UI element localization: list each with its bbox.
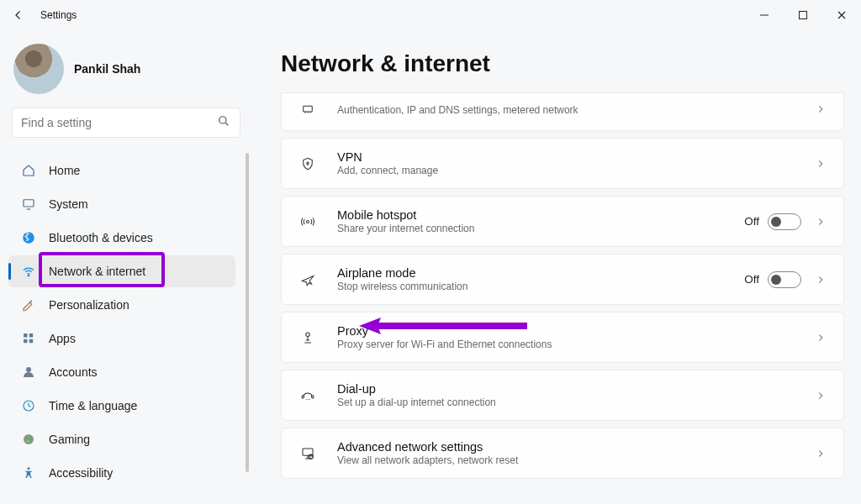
advanced-network-icon bbox=[297, 443, 319, 465]
svg-point-4 bbox=[28, 275, 29, 276]
card-title: VPN bbox=[337, 150, 813, 164]
airplane-toggle[interactable] bbox=[768, 271, 801, 288]
card-subtitle: View all network adapters, network reset bbox=[337, 454, 813, 466]
card-title: Mobile hotspot bbox=[337, 208, 744, 222]
sidebar-item-label: Personalization bbox=[49, 298, 129, 312]
chevron-right-icon bbox=[813, 103, 828, 115]
svg-point-18 bbox=[307, 220, 309, 223]
svg-point-1 bbox=[219, 117, 226, 123]
sidebar-item-label: Home bbox=[49, 164, 80, 177]
sidebar-item-label: Accessibility bbox=[49, 466, 113, 480]
card-subtitle: Add, connect, manage bbox=[337, 165, 813, 176]
svg-rect-2 bbox=[24, 200, 34, 207]
sidebar-item-home[interactable]: Home bbox=[8, 155, 235, 186]
accounts-icon bbox=[20, 364, 37, 381]
settings-search[interactable] bbox=[12, 108, 240, 138]
svg-point-9 bbox=[26, 367, 31, 372]
sidebar-item-label: Bluetooth & devices bbox=[49, 231, 153, 244]
maximize-button[interactable] bbox=[784, 0, 822, 30]
sidebar-item-label: Time & language bbox=[49, 399, 137, 412]
page-title: Network & internet bbox=[281, 50, 844, 77]
profile-block[interactable]: Pankil Shah bbox=[7, 37, 249, 108]
content-panel: Network & internet Authentication, IP an… bbox=[252, 30, 861, 504]
chevron-right-icon bbox=[813, 448, 828, 459]
card-title: Advanced network settings bbox=[337, 440, 813, 454]
sidebar-item-label: Apps bbox=[49, 332, 76, 345]
arrow-left-icon bbox=[11, 8, 26, 23]
sidebar-item-personalization[interactable]: Personalization bbox=[8, 289, 235, 321]
chevron-right-icon bbox=[813, 274, 828, 286]
wifi-icon bbox=[20, 263, 37, 280]
close-icon bbox=[836, 9, 848, 21]
sidebar-item-label: Gaming bbox=[49, 433, 90, 446]
back-button[interactable] bbox=[7, 3, 30, 27]
svg-point-15 bbox=[28, 467, 30, 470]
ethernet-icon bbox=[297, 98, 319, 120]
setting-card-dial-up[interactable]: Dial-up Set up a dial-up internet connec… bbox=[281, 370, 844, 421]
svg-rect-16 bbox=[304, 106, 313, 112]
time-language-icon bbox=[20, 397, 37, 414]
dial-up-icon bbox=[297, 385, 319, 407]
sidebar-item-bluetooth[interactable]: Bluetooth & devices bbox=[8, 222, 235, 254]
chevron-right-icon bbox=[813, 216, 828, 228]
vpn-icon bbox=[297, 153, 319, 175]
svg-rect-5 bbox=[24, 333, 28, 338]
minimize-button[interactable] bbox=[745, 0, 784, 30]
main-layout: Pankil Shah Home System bbox=[0, 30, 861, 504]
sidebar-item-network[interactable]: Network & internet bbox=[8, 255, 235, 287]
svg-point-19 bbox=[306, 333, 310, 337]
sidebar-item-label: Accounts bbox=[49, 365, 98, 379]
bluetooth-icon bbox=[20, 229, 37, 246]
sidebar-item-system[interactable]: System bbox=[8, 188, 235, 220]
setting-card-airplane-mode[interactable]: Airplane mode Stop wireless communicatio… bbox=[281, 254, 844, 305]
window-title: Settings bbox=[40, 9, 77, 21]
sidebar-item-label: System bbox=[49, 197, 88, 211]
accessibility-icon bbox=[20, 465, 37, 481]
chevron-right-icon bbox=[813, 158, 828, 170]
svg-rect-7 bbox=[24, 339, 28, 344]
avatar bbox=[13, 44, 64, 94]
svg-point-12 bbox=[26, 438, 28, 439]
toggle-status-label: Off bbox=[744, 273, 759, 286]
nav-list[interactable]: Home System Bluetooth & devices Network … bbox=[7, 153, 249, 504]
setting-card-mobile-hotspot[interactable]: Mobile hotspot Share your internet conne… bbox=[281, 196, 844, 247]
sidebar-item-label: Network & internet bbox=[49, 265, 145, 278]
close-button[interactable] bbox=[822, 0, 861, 30]
gaming-icon bbox=[20, 431, 37, 448]
apps-icon bbox=[20, 330, 37, 347]
svg-point-14 bbox=[27, 440, 29, 442]
svg-rect-0 bbox=[800, 12, 807, 19]
setting-card-advanced-network[interactable]: Advanced network settings View all netwo… bbox=[281, 428, 844, 479]
svg-rect-8 bbox=[29, 339, 34, 344]
search-input[interactable] bbox=[21, 116, 216, 129]
search-icon bbox=[216, 113, 231, 132]
chevron-right-icon bbox=[813, 332, 828, 344]
sidebar-item-apps[interactable]: Apps bbox=[8, 323, 235, 354]
card-subtitle: Authentication, IP and DNS settings, met… bbox=[337, 104, 813, 116]
card-subtitle: Stop wireless communication bbox=[337, 281, 744, 292]
system-icon bbox=[20, 196, 37, 213]
card-title: Proxy bbox=[337, 324, 813, 338]
setting-card-vpn[interactable]: VPN Add, connect, manage bbox=[281, 138, 844, 189]
card-subtitle: Proxy server for Wi-Fi and Ethernet conn… bbox=[337, 339, 813, 350]
card-subtitle: Set up a dial-up internet connection bbox=[337, 396, 813, 408]
svg-rect-6 bbox=[29, 333, 34, 338]
minimize-icon bbox=[758, 9, 770, 21]
svg-point-13 bbox=[29, 438, 31, 439]
sidebar: Pankil Shah Home System bbox=[0, 30, 252, 504]
setting-card-proxy[interactable]: Proxy Proxy server for Wi-Fi and Etherne… bbox=[281, 312, 844, 363]
setting-card-ethernet[interactable]: Authentication, IP and DNS settings, met… bbox=[281, 92, 844, 131]
airplane-icon bbox=[297, 269, 319, 291]
sidebar-item-accounts[interactable]: Accounts bbox=[8, 356, 235, 388]
card-title: Airplane mode bbox=[337, 266, 744, 280]
chevron-right-icon bbox=[813, 390, 828, 402]
home-icon bbox=[20, 162, 37, 179]
sidebar-item-accessibility[interactable]: Accessibility bbox=[8, 457, 235, 489]
sidebar-item-gaming[interactable]: Gaming bbox=[8, 423, 235, 455]
card-title: Dial-up bbox=[337, 382, 813, 396]
hotspot-toggle[interactable] bbox=[768, 213, 801, 230]
title-bar: Settings bbox=[0, 0, 861, 30]
svg-point-11 bbox=[24, 434, 34, 444]
user-name: Pankil Shah bbox=[74, 62, 140, 76]
sidebar-item-time-language[interactable]: Time & language bbox=[8, 390, 235, 422]
